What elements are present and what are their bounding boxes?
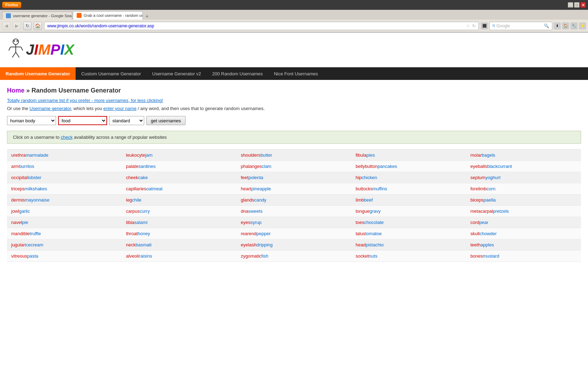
- username-link[interactable]: jugularicecream: [11, 242, 43, 247]
- home-link[interactable]: Home: [7, 87, 24, 94]
- username-link[interactable]: carpuscurry: [126, 209, 150, 214]
- username-cell[interactable]: feetpolenta: [237, 172, 351, 183]
- username-link[interactable]: molarbagels: [470, 152, 495, 158]
- username-cell[interactable]: fibulapies: [351, 150, 466, 161]
- username-cell[interactable]: toeschocolate: [351, 217, 466, 228]
- username-link[interactable]: bellybuttonpancakes: [356, 164, 397, 169]
- username-gen-link[interactable]: Username generator: [29, 106, 71, 111]
- username-cell[interactable]: buttocksmuffins: [351, 183, 466, 195]
- username-link[interactable]: toeschocolate: [356, 220, 384, 225]
- search-icon[interactable]: 🔍: [544, 23, 549, 28]
- nav-random-username[interactable]: Random Username Generator: [0, 67, 76, 80]
- username-link[interactable]: metacarpalpretzels: [470, 209, 509, 214]
- username-link[interactable]: socketnuts: [356, 253, 377, 259]
- username-cell[interactable]: jowlgarlic: [7, 206, 122, 217]
- username-link[interactable]: eyessyrup: [241, 220, 261, 225]
- username-link[interactable]: skullchowder: [470, 231, 497, 236]
- username-link[interactable]: occipitallobster: [11, 175, 41, 180]
- username-link[interactable]: cheekcake: [126, 175, 148, 180]
- firefox-menu-button[interactable]: Firefox: [2, 2, 21, 8]
- username-link[interactable]: teethapples: [470, 242, 494, 247]
- username-link[interactable]: rearendpepper: [241, 231, 271, 236]
- get-usernames-button[interactable]: get usernames: [146, 116, 186, 125]
- username-cell[interactable]: heartpineapple: [237, 183, 351, 195]
- username-cell[interactable]: mandibletruffle: [7, 228, 122, 239]
- random-list-link[interactable]: Totally random username list if you pref…: [7, 98, 163, 103]
- search-bar[interactable]: N Google 🔍: [489, 22, 552, 30]
- address-bar[interactable]: www.jimpix.co.uk/words/random-username-g…: [44, 22, 479, 30]
- username-link[interactable]: jowlgarlic: [11, 209, 30, 214]
- username-cell[interactable]: leukocytejam: [122, 150, 237, 161]
- username-link[interactable]: cordpear: [470, 220, 488, 225]
- tab-1[interactable]: username generator - Google Search: [2, 12, 72, 20]
- tab-2[interactable]: Grab a cool username - random user... ✕: [73, 11, 143, 20]
- username-cell[interactable]: palatesardines: [122, 161, 237, 172]
- username-link[interactable]: talustomatoe: [356, 231, 382, 236]
- username-cell[interactable]: bellybuttonpancakes: [351, 161, 466, 172]
- username-cell[interactable]: cordpear: [466, 217, 581, 228]
- username-link[interactable]: glandscandy: [241, 197, 266, 203]
- username-cell[interactable]: dnasweets: [237, 206, 351, 217]
- username-link[interactable]: eyeballsblackcurrant: [470, 164, 512, 169]
- username-cell[interactable]: phalangesclam: [237, 161, 351, 172]
- home-button[interactable]: 🏠: [34, 22, 42, 30]
- home-nav-icon[interactable]: 🏠: [562, 22, 569, 29]
- username-link[interactable]: throathoney: [126, 231, 150, 236]
- username-cell[interactable]: eyessyrup: [237, 217, 351, 228]
- username-link[interactable]: bicepspaella: [470, 197, 496, 203]
- username-cell[interactable]: bonesmustard: [466, 251, 581, 262]
- username-link[interactable]: legchile: [126, 197, 141, 203]
- username-link[interactable]: heartpineapple: [241, 186, 271, 191]
- username-link[interactable]: bonesmustard: [470, 253, 499, 259]
- username-cell[interactable]: talustomatoe: [351, 228, 466, 239]
- username-cell[interactable]: rearendpepper: [237, 228, 351, 239]
- username-link[interactable]: urethramarmalade: [11, 152, 48, 158]
- format-select[interactable]: standard mixed reversed: [109, 116, 144, 125]
- username-link[interactable]: hipchicken: [356, 175, 377, 180]
- username-cell[interactable]: shouldersbutter: [237, 150, 351, 161]
- category-select-1[interactable]: human body animals places space colors: [7, 116, 56, 125]
- username-cell[interactable]: dermismayonnaise: [7, 195, 122, 206]
- username-link[interactable]: dermismayonnaise: [11, 197, 49, 203]
- username-link[interactable]: shouldersbutter: [241, 152, 272, 158]
- username-cell[interactable]: cheekcake: [122, 172, 237, 183]
- refresh-icon[interactable]: ↻: [472, 23, 476, 28]
- nav-custom-username[interactable]: Custom Username Generator: [76, 67, 147, 80]
- username-cell[interactable]: headpistachio: [351, 239, 466, 251]
- username-link[interactable]: forelimbcorn: [470, 186, 496, 191]
- username-cell[interactable]: occipitallobster: [7, 172, 122, 183]
- username-cell[interactable]: capillariesoatmeal: [122, 183, 237, 195]
- username-cell[interactable]: navelpie: [7, 217, 122, 228]
- username-link[interactable]: tibiasalami: [126, 220, 147, 225]
- username-cell[interactable]: legchile: [122, 195, 237, 206]
- nav-200-random[interactable]: 200 Random Usernames: [206, 67, 268, 80]
- new-tab-button[interactable]: +: [144, 13, 150, 20]
- enter-name-link[interactable]: enter your name: [103, 106, 136, 111]
- username-link[interactable]: buttocksmuffins: [356, 186, 387, 191]
- username-cell[interactable]: socketnuts: [351, 251, 466, 262]
- username-cell[interactable]: armburritos: [7, 161, 122, 172]
- username-link[interactable]: headpistachio: [356, 242, 384, 247]
- username-cell[interactable]: bicepspaella: [466, 195, 581, 206]
- username-link[interactable]: alveoliraisins: [126, 253, 152, 259]
- star-icon[interactable]: ☆: [466, 23, 470, 28]
- username-link[interactable]: mandibletruffle: [11, 231, 41, 236]
- username-cell[interactable]: teethapples: [466, 239, 581, 251]
- close-button[interactable]: ✕: [580, 2, 586, 8]
- username-cell[interactable]: alveoliraisins: [122, 251, 237, 262]
- username-link[interactable]: tricepsmilkshakes: [11, 186, 47, 191]
- check-link[interactable]: check: [61, 135, 73, 140]
- username-cell[interactable]: glandscandy: [237, 195, 351, 206]
- username-cell[interactable]: eyelashdripping: [237, 239, 351, 251]
- username-cell[interactable]: metacarpalpretzels: [466, 206, 581, 217]
- username-cell[interactable]: vitreouspasta: [7, 251, 122, 262]
- addons-icon[interactable]: ⭐: [579, 22, 586, 29]
- download-icon[interactable]: ⬇: [554, 22, 561, 29]
- username-cell[interactable]: throathoney: [122, 228, 237, 239]
- nav-nice-font[interactable]: Nice Font Usernames: [268, 67, 324, 80]
- maximize-button[interactable]: □: [574, 2, 580, 8]
- username-link[interactable]: feetpolenta: [241, 175, 263, 180]
- username-link[interactable]: fibulapies: [356, 152, 375, 158]
- username-cell[interactable]: skullchowder: [466, 228, 581, 239]
- username-link[interactable]: navelpie: [11, 220, 28, 225]
